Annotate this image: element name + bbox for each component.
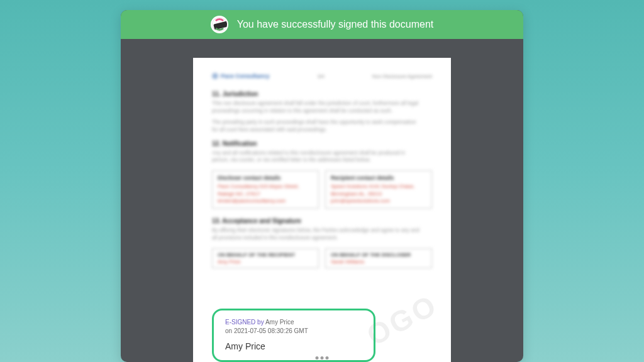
signature-display-name: Amy Price bbox=[225, 341, 362, 351]
section-notification-p1: Any and all notifications related to thi… bbox=[212, 150, 419, 165]
company-logo: Pace Consultancy bbox=[212, 73, 270, 79]
recipient-heading: Recipient contact details bbox=[331, 175, 426, 181]
behalf-discloser-name: Sarah Williams bbox=[331, 259, 426, 265]
discloser-body: Pace Consultancy 615 Abyss Street, Ralei… bbox=[218, 183, 313, 204]
signer-name-inline: Amy Price bbox=[265, 319, 294, 326]
success-message: You have successfully signed this docume… bbox=[237, 19, 433, 30]
recipient-contact-box: Recipient contact details Speed Solution… bbox=[325, 170, 432, 209]
section-notification-title: 12. Notification bbox=[212, 140, 432, 147]
document-viewer[interactable]: OGO Pace Consultancy 3/4 Non Disclosure … bbox=[121, 39, 523, 362]
section-jurisdiction-p2: The prevailing party in such proceedings… bbox=[212, 119, 419, 134]
section-jurisdiction-p1: This non disclosure agreement shall fall… bbox=[212, 100, 419, 115]
section-jurisdiction-title: 11. Jurisdiction bbox=[212, 90, 432, 97]
behalf-row: ON BEHALF OF THE RECIPIENT Amy Price ON … bbox=[212, 248, 432, 268]
page-dots bbox=[316, 356, 329, 359]
section-acceptance-title: 13. Acceptance and Signature bbox=[212, 217, 432, 224]
section-acceptance-p1: By affixing their electronic signatures … bbox=[212, 227, 419, 242]
esigned-on-prefix: on bbox=[225, 327, 234, 334]
signature-timestamp: 2021-07-05 08:30:26 GMT bbox=[234, 327, 308, 334]
contact-boxes: Discloser contact details Pace Consultan… bbox=[212, 170, 432, 209]
document-page: OGO Pace Consultancy 3/4 Non Disclosure … bbox=[193, 58, 451, 362]
success-banner: You have successfully signed this docume… bbox=[121, 10, 523, 39]
signature-meta: E-SIGNED by Amy Price on 2021-07-05 08:3… bbox=[225, 318, 362, 335]
behalf-discloser: ON BEHALF OF THE DISCLOSER Sarah William… bbox=[325, 248, 432, 268]
document-title: Non Disclosure Agreement bbox=[372, 74, 432, 79]
behalf-recipient-label: ON BEHALF OF THE RECIPIENT bbox=[218, 252, 313, 258]
behalf-recipient-name: Amy Price bbox=[218, 259, 313, 265]
signature-highlight[interactable]: E-SIGNED by Amy Price on 2021-07-05 08:3… bbox=[212, 309, 375, 362]
signing-app-window: You have successfully signed this docume… bbox=[121, 10, 523, 362]
recipient-body: Speed Solutions 4141 Dunlop Chase, Birmi… bbox=[331, 183, 426, 204]
esigned-stamp-icon bbox=[211, 16, 228, 33]
page-indicator: 3/4 bbox=[318, 74, 325, 79]
behalf-discloser-label: ON BEHALF OF THE DISCLOSER bbox=[331, 252, 426, 258]
behalf-recipient: ON BEHALF OF THE RECIPIENT Amy Price bbox=[212, 248, 319, 268]
esigned-prefix: E-SIGNED by bbox=[225, 319, 265, 326]
document-header: Pace Consultancy 3/4 Non Disclosure Agre… bbox=[212, 73, 432, 79]
discloser-contact-box: Discloser contact details Pace Consultan… bbox=[212, 170, 319, 209]
discloser-heading: Discloser contact details bbox=[218, 175, 313, 181]
signature-area: E-SIGNED by Amy Price on 2021-07-05 08:3… bbox=[212, 309, 432, 362]
